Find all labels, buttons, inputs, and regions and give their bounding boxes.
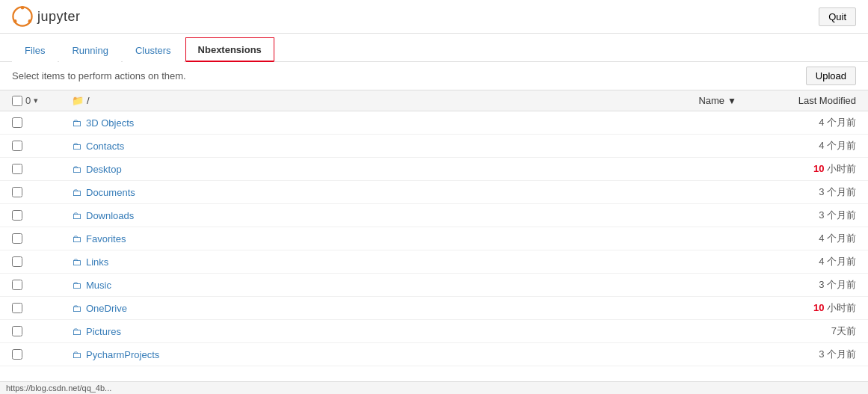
folder-icon: 🗀	[72, 164, 81, 175]
table-row: 🗀 3D Objects 4 个月前	[0, 111, 868, 135]
file-name-link[interactable]: 🗀 Downloads	[72, 210, 766, 221]
file-list: 🗀 3D Objects 4 个月前 🗀 Contacts 4 个月前 🗀 De…	[0, 111, 868, 366]
file-name-link[interactable]: 🗀 OneDrive	[72, 303, 766, 314]
row-checkbox[interactable]	[12, 164, 22, 174]
row-checkbox[interactable]	[12, 141, 22, 151]
file-name-link[interactable]: 🗀 PycharmProjects	[72, 349, 766, 360]
logo-area: jupyter	[12, 6, 81, 27]
file-modified: 10 小时前	[766, 301, 856, 315]
folder-icon: 🗀	[72, 187, 81, 198]
folder-icon: 🗀	[72, 280, 81, 291]
file-modified: 4 个月前	[766, 116, 856, 129]
file-name-text: Music	[86, 280, 111, 291]
table-row: 🗀 Favorites 4 个月前	[0, 227, 868, 250]
svg-point-1	[21, 6, 24, 9]
table-row: 🗀 Desktop 10 小时前	[0, 158, 868, 181]
table-row: 🗀 Contacts 4 个月前	[0, 135, 868, 158]
breadcrumb: /	[87, 95, 90, 106]
row-checkbox-area	[12, 117, 72, 128]
logo-text: jupyter	[37, 9, 81, 25]
folder-icon: 🗀	[72, 256, 81, 268]
file-name-text: Links	[86, 256, 108, 268]
file-modified: 4 个月前	[766, 255, 856, 268]
file-modified: 3 个月前	[766, 209, 856, 222]
table-row: 🗀 Documents 3 个月前	[0, 181, 868, 204]
row-checkbox-area	[12, 349, 72, 360]
file-name-text: 3D Objects	[86, 117, 134, 129]
table-row: 🗀 OneDrive 10 小时前	[0, 297, 868, 320]
file-name-text: PycharmProjects	[86, 349, 159, 360]
file-name-link[interactable]: 🗀 Music	[72, 280, 766, 291]
upload-button[interactable]: Upload	[806, 67, 856, 85]
quit-button[interactable]: Quit	[819, 7, 856, 26]
row-checkbox[interactable]	[12, 326, 22, 336]
file-modified: 4 个月前	[766, 139, 856, 153]
modified-number: 10	[813, 163, 824, 174]
row-checkbox-area	[12, 303, 72, 313]
file-name-text: Desktop	[86, 164, 122, 175]
file-name-link[interactable]: 🗀 Pictures	[72, 326, 766, 337]
tab-files[interactable]: Files	[12, 38, 58, 62]
row-checkbox[interactable]	[12, 256, 22, 267]
tab-clusters[interactable]: Clusters	[123, 38, 184, 62]
folder-icon: 🗀	[72, 303, 81, 314]
folder-icon: 🗀	[72, 233, 81, 244]
folder-icon: 🗀	[72, 117, 81, 129]
row-checkbox[interactable]	[12, 349, 22, 360]
row-checkbox-area	[12, 280, 72, 290]
file-name-text: Documents	[86, 187, 135, 198]
row-checkbox-area	[12, 233, 72, 244]
file-name-text: Pictures	[86, 326, 121, 337]
count-dropdown-icon[interactable]: ▾	[34, 96, 38, 105]
file-list-header: 0 ▾ 📁 / Name ▼ Last Modified	[0, 90, 868, 111]
tab-nbextensions[interactable]: Nbextensions	[185, 37, 274, 62]
file-name-link[interactable]: 🗀 3D Objects	[72, 117, 766, 129]
row-checkbox[interactable]	[12, 303, 22, 313]
file-modified: 10 小时前	[766, 162, 856, 176]
tab-running[interactable]: Running	[59, 38, 120, 62]
folder-icon: 🗀	[72, 326, 81, 337]
row-checkbox[interactable]	[12, 210, 22, 221]
header-check-area: 0 ▾	[12, 95, 72, 106]
header: jupyter Quit	[0, 0, 868, 34]
row-checkbox-area	[12, 164, 72, 174]
file-name-text: Contacts	[86, 141, 124, 152]
folder-breadcrumb-icon: 📁	[72, 95, 84, 106]
file-name-link[interactable]: 🗀 Links	[72, 256, 766, 268]
file-modified: 7天前	[766, 324, 856, 338]
row-checkbox[interactable]	[12, 233, 22, 244]
col-name-label: Name	[698, 95, 724, 106]
row-checkbox-area	[12, 210, 72, 221]
toolbar: Select items to perform actions on them.…	[0, 62, 868, 90]
table-row: 🗀 Pictures 7天前	[0, 320, 868, 343]
row-checkbox[interactable]	[12, 187, 22, 197]
folder-icon: 🗀	[72, 349, 81, 360]
sort-arrow-icon: ▼	[727, 96, 736, 106]
file-name-text: OneDrive	[86, 303, 127, 314]
row-checkbox-area	[12, 141, 72, 151]
jupyter-logo-icon	[12, 6, 33, 27]
select-all-checkbox[interactable]	[12, 96, 22, 106]
tabs-bar: Files Running Clusters Nbextensions	[0, 37, 868, 62]
svg-point-0	[13, 7, 31, 25]
svg-point-2	[28, 19, 31, 22]
column-name-header[interactable]: Name ▼	[698, 95, 736, 106]
table-row: 🗀 PycharmProjects 3 个月前	[0, 343, 868, 366]
file-name-link[interactable]: 🗀 Favorites	[72, 233, 766, 244]
file-name-link[interactable]: 🗀 Contacts	[72, 141, 766, 152]
file-modified: 3 个月前	[766, 278, 856, 292]
row-checkbox[interactable]	[12, 280, 22, 290]
folder-icon: 🗀	[72, 141, 81, 152]
file-name-link[interactable]: 🗀 Documents	[72, 187, 766, 198]
row-checkbox-area	[12, 326, 72, 336]
table-row: 🗀 Music 3 个月前	[0, 274, 868, 297]
file-name-text: Favorites	[86, 233, 126, 244]
table-row: 🗀 Links 4 个月前	[0, 250, 868, 274]
row-checkbox[interactable]	[12, 117, 22, 128]
file-name-text: Downloads	[86, 210, 134, 221]
column-modified-header[interactable]: Last Modified	[766, 95, 856, 106]
row-checkbox-area	[12, 256, 72, 267]
file-modified: 4 个月前	[766, 232, 856, 245]
selected-count: 0	[25, 95, 31, 106]
file-name-link[interactable]: 🗀 Desktop	[72, 164, 766, 175]
